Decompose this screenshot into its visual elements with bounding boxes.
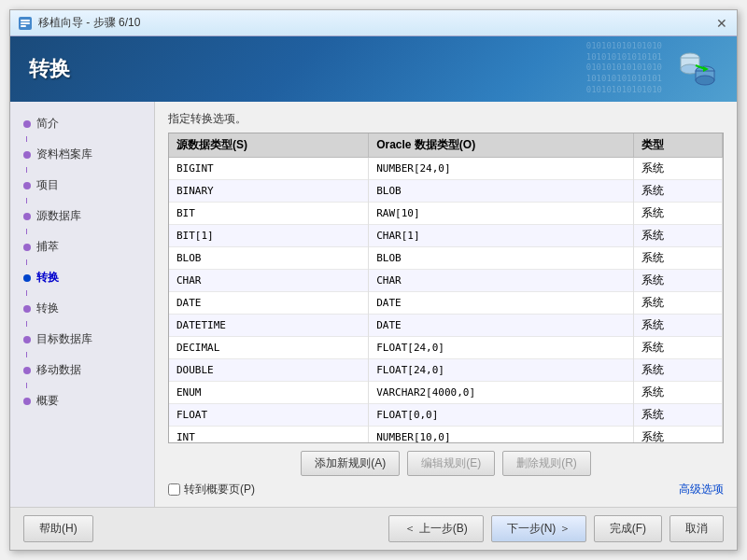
- cell-source: DOUBLE: [169, 359, 369, 382]
- back-button[interactable]: ＜ 上一步(B): [388, 515, 483, 542]
- sidebar-dot: [23, 120, 31, 128]
- delete-rule-button[interactable]: 删除规则(R): [502, 451, 591, 476]
- table-row[interactable]: BIT RAW[10] 系统: [169, 203, 723, 225]
- cell-oracle: VARCHAR2[4000,0]: [369, 382, 634, 404]
- cell-source: DECIMAL: [169, 337, 369, 359]
- cell-source: INT: [169, 427, 369, 444]
- cell-source: DATETIME: [169, 315, 369, 337]
- sidebar-item-source-db[interactable]: 源数据库: [10, 203, 154, 229]
- help-button[interactable]: 帮助(H): [23, 515, 93, 542]
- sidebar-item-target-db[interactable]: 目标数据库: [10, 327, 154, 352]
- add-rule-button[interactable]: 添加新规则(A): [301, 451, 400, 476]
- binary-decoration: 010101010101010 101010101010101 01010101…: [586, 41, 662, 95]
- cell-type: 系统: [634, 382, 723, 404]
- cell-type: 系统: [634, 247, 723, 270]
- cell-oracle: DATE: [369, 292, 634, 315]
- cell-source: BIT: [169, 203, 369, 225]
- table-row[interactable]: DECIMAL FLOAT[24,0] 系统: [169, 337, 723, 359]
- sidebar-item-convert2[interactable]: 转换: [10, 296, 154, 321]
- sidebar-item-convert[interactable]: 转换: [10, 265, 154, 290]
- table-row[interactable]: BLOB BLOB 系统: [169, 247, 723, 270]
- sidebar-item-repository[interactable]: 资料档案库: [10, 142, 154, 167]
- footer: 帮助(H) ＜ 上一步(B) 下一步(N) ＞ 完成(F) 取消: [10, 507, 737, 550]
- cell-type: 系统: [634, 203, 723, 225]
- bottom-options: 转到概要页(P) 高级选项: [168, 482, 724, 497]
- sidebar: 简介 资料档案库 项目 源数据库 捕萃: [10, 102, 155, 507]
- cell-oracle: NUMBER[10,0]: [369, 427, 634, 444]
- sidebar-item-capture[interactable]: 捕萃: [10, 234, 154, 259]
- cell-source: BLOB: [169, 247, 369, 270]
- col-header-source: 源数据类型(S): [169, 133, 369, 158]
- table-row[interactable]: BIGINT NUMBER[24,0] 系统: [169, 158, 723, 180]
- svg-rect-1: [21, 20, 30, 21]
- title-bar-text: 移植向导 - 步骤 6/10: [38, 15, 714, 31]
- table-row[interactable]: INT NUMBER[10,0] 系统: [169, 427, 723, 444]
- sidebar-dot: [23, 336, 31, 343]
- cell-source: BIT[1]: [169, 225, 369, 247]
- cell-source: BIGINT: [169, 158, 369, 180]
- sidebar-dot: [23, 367, 31, 374]
- sidebar-item-summary[interactable]: 概要: [10, 388, 154, 413]
- app-icon: [18, 16, 33, 31]
- cell-type: 系统: [634, 270, 723, 292]
- cell-oracle: NUMBER[24,0]: [369, 158, 634, 180]
- cell-type: 系统: [634, 180, 723, 203]
- sidebar-dot-active: [23, 274, 31, 282]
- cell-source: CHAR: [169, 270, 369, 292]
- cell-oracle: RAW[10]: [369, 203, 634, 225]
- sidebar-dot: [23, 151, 31, 159]
- main-window: 移植向导 - 步骤 6/10 ✕ 转换 010101010101010 1010…: [9, 9, 738, 551]
- col-header-oracle: Oracle 数据类型(O): [369, 133, 634, 158]
- table-row[interactable]: ENUM VARCHAR2[4000,0] 系统: [169, 382, 723, 404]
- advanced-options-link[interactable]: 高级选项: [679, 482, 724, 497]
- table-row[interactable]: FLOAT FLOAT[0,0] 系统: [169, 404, 723, 427]
- sidebar-dot: [23, 305, 31, 313]
- table-row[interactable]: CHAR CHAR 系统: [169, 270, 723, 292]
- action-bar: 添加新规则(A) 编辑规则(E) 删除规则(R): [168, 451, 724, 476]
- cell-oracle: FLOAT[24,0]: [369, 359, 634, 382]
- instruction-text: 指定转换选项。: [168, 111, 724, 127]
- next-button[interactable]: 下一步(N) ＞: [491, 515, 586, 542]
- goto-summary-checkbox-label[interactable]: 转到概要页(P): [168, 482, 255, 497]
- sidebar-dot: [23, 398, 31, 405]
- sidebar-item-project[interactable]: 项目: [10, 173, 154, 198]
- header-icon-area: [677, 49, 718, 90]
- sidebar-item-move-data[interactable]: 移动数据: [10, 357, 154, 383]
- cell-type: 系统: [634, 404, 723, 427]
- title-bar: 移植向导 - 步骤 6/10 ✕: [10, 10, 737, 36]
- cell-type: 系统: [634, 337, 723, 359]
- cell-oracle: BLOB: [369, 247, 634, 270]
- cell-type: 系统: [634, 225, 723, 247]
- col-header-type: 类型: [634, 133, 723, 158]
- cell-oracle: FLOAT[0,0]: [369, 404, 634, 427]
- cell-type: 系统: [634, 315, 723, 337]
- svg-rect-3: [21, 25, 26, 27]
- table-row[interactable]: DATE DATE 系统: [169, 292, 723, 315]
- cell-type: 系统: [634, 427, 723, 444]
- cell-type: 系统: [634, 359, 723, 382]
- svg-rect-2: [21, 22, 30, 24]
- sidebar-dot: [23, 182, 31, 189]
- finish-button[interactable]: 完成(F): [594, 515, 662, 542]
- close-button[interactable]: ✕: [714, 16, 729, 31]
- cell-source: BINARY: [169, 180, 369, 203]
- cell-oracle: BLOB: [369, 180, 634, 203]
- database-icon: [677, 49, 718, 90]
- table-row[interactable]: BINARY BLOB 系统: [169, 180, 723, 203]
- main-panel: 指定转换选项。 源数据类型(S) Oracle 数据类型(O) 类型 BIGIN…: [155, 102, 737, 507]
- goto-summary-checkbox[interactable]: [168, 483, 180, 496]
- table-row[interactable]: BIT[1] CHAR[1] 系统: [169, 225, 723, 247]
- sidebar-item-intro[interactable]: 简介: [10, 111, 154, 136]
- header-title: 转换: [29, 55, 70, 83]
- table-row[interactable]: DOUBLE FLOAT[24,0] 系统: [169, 359, 723, 382]
- cancel-button[interactable]: 取消: [669, 515, 724, 542]
- cell-type: 系统: [634, 292, 723, 315]
- cell-type: 系统: [634, 158, 723, 180]
- cell-oracle: CHAR[1]: [369, 225, 634, 247]
- cell-source: ENUM: [169, 382, 369, 404]
- edit-rule-button[interactable]: 编辑规则(E): [407, 451, 495, 476]
- table-row[interactable]: DATETIME DATE 系统: [169, 315, 723, 337]
- sidebar-dot: [23, 244, 31, 251]
- cell-oracle: DATE: [369, 315, 634, 337]
- content-area: 简介 资料档案库 项目 源数据库 捕萃: [10, 102, 737, 507]
